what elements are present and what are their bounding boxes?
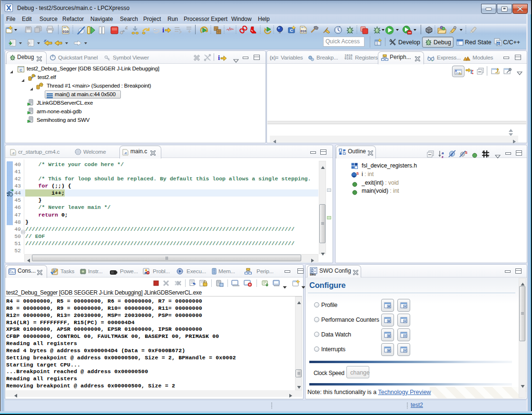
svg-text:C: C bbox=[290, 28, 293, 33]
svg-text:x: x bbox=[454, 68, 457, 73]
svg-text:C: C bbox=[497, 42, 500, 46]
svg-text:z: z bbox=[442, 154, 443, 158]
svg-text:i: i bbox=[162, 26, 164, 34]
svg-text:010: 010 bbox=[301, 30, 306, 33]
svg-text:.c: .c bbox=[11, 151, 15, 155]
svg-text:010: 010 bbox=[63, 30, 69, 34]
svg-text:S: S bbox=[356, 172, 359, 176]
svg-text:C: C bbox=[20, 68, 22, 72]
svg-text:i: i bbox=[218, 54, 220, 61]
svg-text:.c: .c bbox=[124, 151, 127, 155]
svg-text:swo: swo bbox=[310, 273, 316, 276]
svg-text:S: S bbox=[465, 150, 468, 155]
